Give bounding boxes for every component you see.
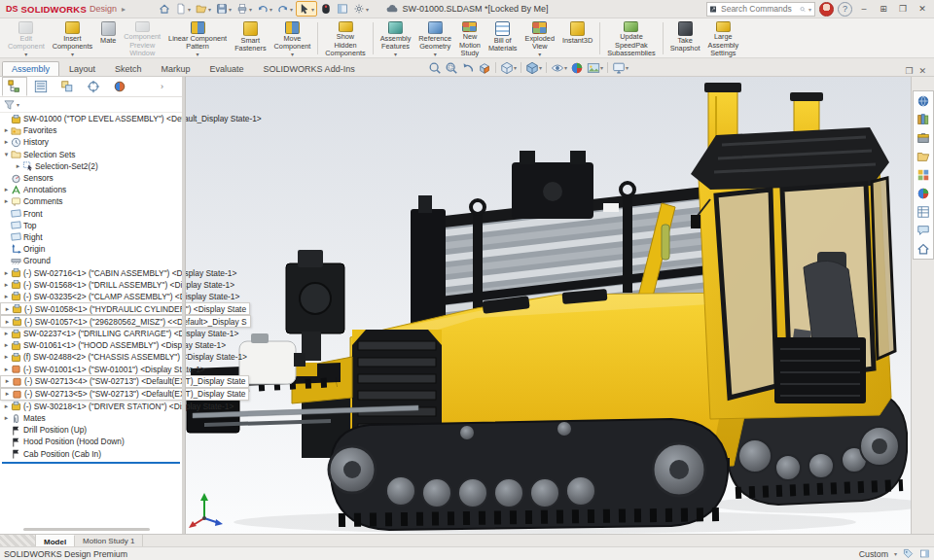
tree-item[interactable]: ▸ SW-02237<1> ("DRILLING CARRIAGE") <Dis… <box>0 328 182 339</box>
zoom-to-area-icon[interactable] <box>445 61 458 75</box>
taskpane-custom-properties-icon[interactable] <box>916 204 931 220</box>
dropdown-caret-icon[interactable]: ▾ <box>197 52 199 57</box>
expand-arrow-icon[interactable]: ▾ <box>2 151 11 158</box>
tree-item[interactable]: ▸ (-) SW-30218<1> ("DRIVER STATION") <Di… <box>0 401 182 412</box>
dropdown-caret-icon[interactable]: ▾ <box>71 52 74 57</box>
tree-item[interactable]: Front <box>0 208 182 220</box>
tag-status-icon[interactable] <box>903 548 914 559</box>
taskpane-3dexperience-resources-icon[interactable] <box>916 93 931 109</box>
tree-item[interactable]: ▸ (-) SW-02713<5> ("SW-02713") <Default(… <box>0 388 249 401</box>
tree-item[interactable]: ▸ (-) SW-01058<1> ("HYDRAULIC CYLINDER")… <box>0 302 250 315</box>
tree-item[interactable]: ▾ Selection Sets <box>0 149 182 160</box>
tree-item[interactable]: ▸ (-) SW-02713<4> ("SW-02713") <Default(… <box>0 375 249 388</box>
reference-geometry-button[interactable]: ReferenceGeometry▾ <box>414 19 455 57</box>
expand-arrow-icon[interactable]: ▸ <box>3 305 12 313</box>
new-motion-study-button[interactable]: NewMotionStudy <box>455 19 485 57</box>
tree-item[interactable]: Cab Position (Cab In) <box>0 448 182 460</box>
tree-item[interactable]: ▸ Comments <box>0 195 182 207</box>
taskpane-toolbox-icon[interactable] <box>916 130 931 146</box>
rollback-bar[interactable] <box>2 462 180 464</box>
tree-item[interactable]: ▸ (-) SW-02716<1> ("CABIN ASSEMBLY") <Di… <box>0 266 182 278</box>
home-icon[interactable] <box>157 2 172 16</box>
restore-button[interactable]: ❐ <box>895 2 911 16</box>
tab-markup[interactable]: Markup <box>152 61 200 76</box>
taskpane-forum-icon[interactable] <box>916 223 931 238</box>
expand-arrow-icon[interactable]: ▸ <box>3 377 12 385</box>
expand-arrow-icon[interactable]: ▸ <box>2 138 11 146</box>
operator-cab[interactable] <box>691 127 895 419</box>
expand-arrow-icon[interactable]: ▸ <box>2 414 11 422</box>
tree-item[interactable]: SW-01000 ("TOP LEVEL ASSEMBLY") <Default… <box>0 113 182 124</box>
tree-item[interactable]: ▸ Favorites <box>0 124 182 136</box>
tree-filter-row[interactable]: ▾ <box>0 97 182 113</box>
tab-evaluate[interactable]: Evaluate <box>200 61 254 76</box>
mate-button[interactable]: Mate <box>96 19 120 57</box>
expand-arrow-icon[interactable]: ▸ <box>2 402 11 410</box>
pane-toggle-icon[interactable] <box>919 548 930 559</box>
taskpane-design-library-icon[interactable] <box>916 112 931 127</box>
tab-layout[interactable]: Layout <box>59 61 105 76</box>
tree-item[interactable]: Drill Position (Up) <box>0 424 182 436</box>
help-button[interactable]: ? <box>838 2 852 17</box>
tree-item[interactable]: Top <box>0 220 182 231</box>
tree-item[interactable]: ▸ (-) SW-01057<1> ("296280562_MISZ") <<D… <box>0 315 251 328</box>
exploded-view-button[interactable]: ExplodedView▾ <box>521 19 558 57</box>
expand-arrow-icon[interactable]: ▸ <box>3 318 12 326</box>
panel-expand-chevron[interactable]: › <box>161 82 163 91</box>
take-snapshot-button[interactable]: TakeSnapshot <box>666 19 704 57</box>
dropdown-caret-icon[interactable]: ▾ <box>538 52 541 57</box>
new-document-icon[interactable]: ▾ <box>173 2 193 16</box>
tree-item[interactable]: ▸ (-) SW-01001<1> ("SW-01001") <Display … <box>0 364 182 375</box>
taskpane-file-explorer-icon[interactable] <box>916 149 931 164</box>
move-component-button[interactable]: MoveComponent▾ <box>270 19 315 57</box>
doc-restore-icon[interactable]: ❐ <box>905 66 913 76</box>
instant3d-button[interactable]: Instant3D <box>558 19 596 57</box>
minimize-button[interactable]: – <box>856 2 872 16</box>
tree-item[interactable]: ▸ Selection-Set2(2) <box>0 160 182 172</box>
edit-appearance-icon[interactable] <box>570 61 584 75</box>
tree-item[interactable]: Origin <box>0 243 182 255</box>
tree-item[interactable]: Ground <box>0 255 182 266</box>
redo-icon[interactable]: ▾ <box>275 2 295 16</box>
open-icon[interactable]: ▾ <box>194 2 213 16</box>
panel-splitter[interactable] <box>182 77 186 534</box>
dropdown-caret-icon[interactable]: ▾ <box>394 52 397 57</box>
filter-caret-icon[interactable]: ▾ <box>17 101 19 108</box>
print-icon[interactable]: ▾ <box>234 2 254 16</box>
panel-tab-dimxpertmanager[interactable] <box>81 77 106 96</box>
tree-item[interactable]: ▸ SW-01061<1> ("HOOD ASSEMBLY") <Display… <box>0 339 182 351</box>
dropdown-caret-icon[interactable]: ▾ <box>434 52 437 57</box>
tree-item[interactable]: ▸ Annotations <box>0 184 182 195</box>
tree-item[interactable]: Right <box>0 231 182 243</box>
expand-arrow-icon[interactable]: ▸ <box>3 390 12 398</box>
panel-tab-featuremanager-design-tree[interactable] <box>2 77 27 96</box>
search-icon[interactable] <box>800 5 806 14</box>
expand-arrow-icon[interactable]: ▸ <box>2 186 11 193</box>
dropdown-caret-icon[interactable]: ▾ <box>24 52 27 57</box>
expand-arrow-icon[interactable]: ▸ <box>2 353 11 361</box>
large-assembly-settings-button[interactable]: LargeAssemblySettings <box>704 19 743 57</box>
select-icon[interactable]: ▾ <box>296 1 317 17</box>
panel-horizontal-scrollbar[interactable] <box>23 528 150 531</box>
search-input[interactable] <box>719 3 797 15</box>
expand-arrow-icon[interactable]: ▸ <box>2 281 11 289</box>
doc-close-icon[interactable]: ✕ <box>918 66 926 76</box>
expand-arrow-icon[interactable]: ▸ <box>2 341 11 349</box>
hide-show-items-icon[interactable]: ▾ <box>551 61 567 75</box>
tree-item[interactable]: Sensors <box>0 172 182 184</box>
panel-tab-propertymanager[interactable] <box>28 77 54 96</box>
show-hidden-components-button[interactable]: ShowHiddenComponents <box>321 19 369 57</box>
tab-solidworks-add-ins[interactable]: SOLIDWORKS Add-Ins <box>254 61 365 76</box>
panel-tab-configurationmanager[interactable] <box>54 77 80 96</box>
close-button[interactable]: ✕ <box>915 2 930 16</box>
tree-item[interactable]: ▸ (-) SW-01568<1> ("DRILL ASSEMBLY") <Di… <box>0 279 182 291</box>
section-view-icon[interactable] <box>478 61 491 75</box>
assembly-features-button[interactable]: AssemblyFeatures▾ <box>377 19 415 57</box>
smart-fasteners-button[interactable]: SmartFasteners <box>231 19 269 57</box>
taskpane-home-icon[interactable] <box>916 241 931 257</box>
3dexperience-icon[interactable] <box>318 2 334 16</box>
update-speedpak-subassemblies-button[interactable]: UpdateSpeedPakSubassemblies <box>603 19 659 57</box>
tree-item[interactable]: ▸ Mates <box>0 412 182 424</box>
tree-item[interactable]: ▸ History <box>0 136 182 148</box>
zoom-to-fit-icon[interactable] <box>428 61 442 75</box>
